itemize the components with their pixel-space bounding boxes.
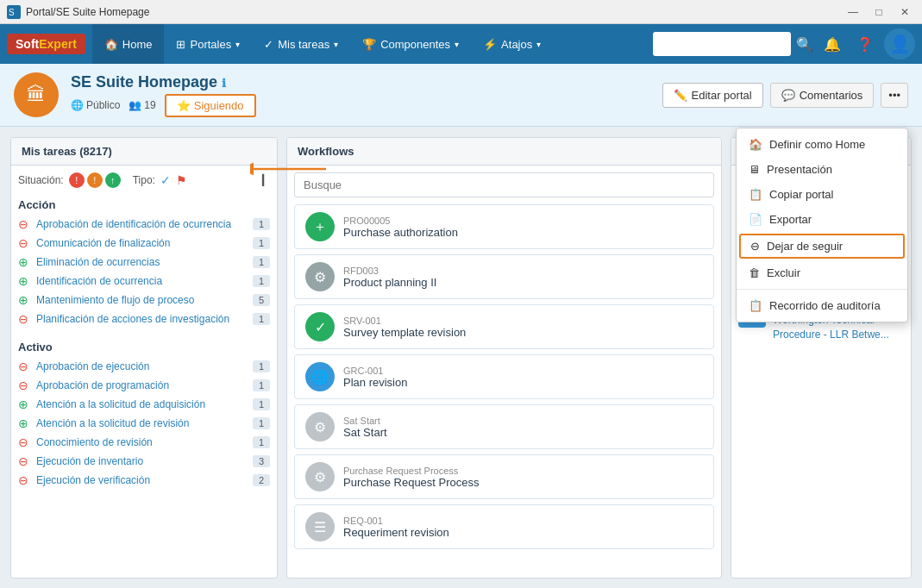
- task-count: 3: [253, 455, 270, 467]
- task-item[interactable]: ⊖ Planificación de acciones de investiga…: [18, 310, 270, 328]
- task-item[interactable]: ⊖ Aprobación de programación 1: [18, 376, 270, 395]
- task-item[interactable]: ⊕ Eliminación de ocurrencias 1: [18, 253, 270, 272]
- home-menu-icon: 🏠: [749, 138, 762, 151]
- dropdown-item-auditoria[interactable]: 📋 Recorrido de auditoría: [737, 293, 907, 318]
- nav-atajos[interactable]: ⚡ Atajos ▾: [471, 24, 553, 64]
- workflow-name: Product planning II: [343, 276, 436, 289]
- dropdown-item-copiar[interactable]: 📋 Copiar portal: [737, 182, 907, 207]
- dropdown-item-excluir[interactable]: 🗑 Excluir: [737, 260, 907, 285]
- lightning-icon: ⚡: [483, 38, 497, 51]
- dropdown-divider: [737, 289, 907, 290]
- workflow-code: SRV-001: [343, 316, 466, 326]
- comments-button[interactable]: 💬 Comentarios: [770, 83, 875, 108]
- mis-tareas-panel: Mis tareas (8217) Situación: ! ! ↑ Tipo:…: [10, 137, 278, 579]
- dropdown-item-dejar[interactable]: ⊖ Dejar de seguir: [739, 234, 905, 259]
- info-icon[interactable]: ℹ: [222, 77, 226, 90]
- siguiendo-button[interactable]: ⭐ Siguiendo: [165, 94, 256, 117]
- workflow-name: Plan revision: [343, 376, 407, 389]
- people-icon: 👥: [129, 99, 141, 111]
- portales-icon: ⊞: [176, 38, 185, 51]
- task-item[interactable]: ⊖ Aprobación de ejecución 1: [18, 357, 270, 376]
- nav-mis-tareas[interactable]: ✓ Mis tareas ▾: [252, 24, 350, 64]
- workflow-item[interactable]: ⚙ Purchase Request Process Purchase Requ…: [294, 454, 714, 499]
- workflow-info: GRC-001 Plan revision: [343, 366, 407, 389]
- workflow-item[interactable]: ⚙ Sat Start Sat Start: [294, 404, 714, 449]
- comments-icon: 💬: [781, 89, 795, 102]
- user-avatar[interactable]: 👤: [884, 28, 915, 59]
- workflow-item[interactable]: ✓ SRV-001 Survey template revision: [294, 304, 714, 349]
- workflow-name: Requeriment revision: [343, 526, 449, 539]
- edit-portal-button[interactable]: ✏️ Editar portal: [662, 83, 763, 108]
- task-link[interactable]: Mantenimiento de flujo de proceso: [36, 294, 253, 306]
- pencil-icon: ✏️: [674, 89, 687, 102]
- workflow-name: Purchase Request Process: [343, 476, 480, 489]
- dropdown-item-home[interactable]: 🏠 Definir como Home: [737, 132, 907, 157]
- workflow-name: Purchase authorization: [343, 226, 458, 239]
- workflow-item[interactable]: ⚙ RFD003 Product planning II: [294, 254, 714, 299]
- task-link[interactable]: Eliminación de ocurrencias: [36, 256, 253, 268]
- task-item[interactable]: ⊕ Atención a la solicitud de revisión 1: [18, 414, 270, 433]
- task-red-icon: ⊖: [18, 217, 32, 231]
- task-item[interactable]: ⊕ Atención a la solicitud de adquisición…: [18, 395, 270, 414]
- notifications-button[interactable]: 🔔: [819, 30, 846, 58]
- search-icon[interactable]: 🔍: [796, 36, 813, 53]
- task-green-icon: ⊕: [18, 255, 32, 269]
- workflow-item[interactable]: ＋ PRO00005 Purchase authorization: [294, 204, 714, 249]
- task-link[interactable]: Ejecución de inventario: [36, 455, 253, 467]
- task-link[interactable]: Aprobación de programación: [36, 379, 253, 391]
- logo: SoftExpert: [7, 34, 85, 54]
- task-link[interactable]: Atención a la solicitud de adquisición: [36, 398, 253, 410]
- flag-filter-icon[interactable]: ⚑: [176, 173, 187, 187]
- close-button[interactable]: ✕: [894, 4, 915, 20]
- task-link[interactable]: Atención a la solicitud de revisión: [36, 417, 253, 429]
- dropdown-item-presentacion[interactable]: 🖥 Presentación: [737, 157, 907, 182]
- filter-green[interactable]: ↑: [105, 172, 121, 188]
- filter-orange[interactable]: !: [87, 172, 103, 188]
- task-item[interactable]: ⊖ Conocimiento de revisión 1: [18, 433, 270, 452]
- filter-red[interactable]: !: [69, 172, 85, 188]
- task-group-activo: Activo: [18, 337, 270, 357]
- task-count: 1: [253, 256, 270, 268]
- help-button[interactable]: ❓: [851, 30, 879, 58]
- minimize-button[interactable]: —: [843, 4, 863, 20]
- nav-atajos-label: Atajos: [501, 38, 532, 51]
- maximize-button[interactable]: □: [869, 4, 889, 20]
- mis-tareas-header: Mis tareas (8217): [11, 138, 277, 166]
- task-item[interactable]: ⊕ Mantenimiento de flujo de proceso 5: [18, 291, 270, 310]
- task-red-icon: ⊖: [18, 454, 32, 468]
- workflow-name: Survey template revision: [343, 326, 466, 339]
- workflow-item[interactable]: 🌐 GRC-001 Plan revision: [294, 354, 714, 399]
- workflows-panel: Workflows ＋ PRO00005 Purchase authorizat…: [286, 137, 722, 579]
- nav-portales[interactable]: ⊞ Portales ▾: [164, 24, 252, 64]
- task-item[interactable]: ⊖ Ejecución de inventario 3: [18, 452, 270, 471]
- task-item[interactable]: ⊕ Identificación de ocurrencia 1: [18, 272, 270, 291]
- workflow-icon: ✓: [305, 312, 335, 341]
- portal-header: 🏛 SE Suite Homepage ℹ 🌐 Público 👥 19 ⭐ S…: [0, 64, 922, 127]
- situacion-filters: ! ! ↑: [69, 172, 121, 188]
- workflow-icon: ⚙: [305, 412, 335, 441]
- search-input[interactable]: [653, 32, 791, 56]
- tipo-label: Tipo:: [133, 174, 155, 186]
- dropdown-item-exportar[interactable]: 📄 Exportar: [737, 207, 907, 232]
- task-link[interactable]: Identificación de ocurrencia: [36, 275, 253, 287]
- task-item[interactable]: ⊖ Aprobación de identificación de ocurre…: [18, 215, 270, 234]
- task-link[interactable]: Comunicación de finalización: [36, 237, 253, 249]
- workflows-header: Workflows: [287, 138, 721, 166]
- atajos-chevron: ▾: [536, 40, 541, 49]
- more-options-button[interactable]: •••: [881, 83, 908, 108]
- task-item[interactable]: ⊖ Ejecución de verificación 2: [18, 471, 270, 490]
- check-filter-icon[interactable]: ✓: [160, 173, 171, 187]
- nav-componentes-label: Componentes: [380, 38, 450, 51]
- nav-componentes[interactable]: 🏆 Componentes ▾: [350, 24, 471, 64]
- task-item[interactable]: ⊖ Comunicación de finalización 1: [18, 234, 270, 253]
- workflow-item[interactable]: ☰ REQ-001 Requeriment revision: [294, 504, 714, 549]
- task-link[interactable]: Ejecución de verificación: [36, 474, 253, 486]
- task-link[interactable]: Planificación de acciones de investigaci…: [36, 313, 253, 325]
- nav-home[interactable]: 🏠 Home: [92, 24, 165, 64]
- task-link[interactable]: Aprobación de ejecución: [36, 360, 253, 372]
- mis-tareas-body: Situación: ! ! ↑ Tipo: ✓ ⚑ ▎ Acción ⊖ Ap…: [11, 166, 277, 578]
- workflow-search-input[interactable]: [294, 172, 714, 197]
- workflow-info: PRO00005 Purchase authorization: [343, 216, 458, 239]
- task-link[interactable]: Conocimiento de revisión: [36, 436, 253, 448]
- task-link[interactable]: Aprobación de identificación de ocurrenc…: [36, 218, 253, 230]
